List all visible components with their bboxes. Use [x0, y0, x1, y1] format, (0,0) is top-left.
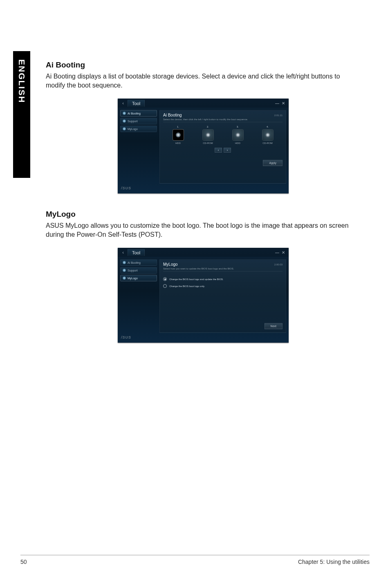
- mylogo-icon: [123, 276, 126, 280]
- aibooting-screenshot: ‹ Tool — ✕ Ai Booting Support MyLogo: [118, 99, 289, 193]
- apply-button[interactable]: Apply: [263, 160, 282, 166]
- next-button[interactable]: Next: [264, 323, 282, 329]
- close-button[interactable]: ✕: [280, 101, 286, 105]
- cdrom-icon: [202, 129, 214, 141]
- radio-label: Change the BIOS boot logo only.: [169, 285, 205, 287]
- panel-title: MyLogo: [163, 262, 178, 267]
- panel-version: 2.00.03: [274, 263, 282, 266]
- move-left-button[interactable]: ‹: [215, 148, 222, 153]
- hdd-icon: [232, 129, 244, 141]
- device-number: 2.: [207, 126, 209, 128]
- sidebar-item-label: Support: [128, 120, 138, 123]
- page-content: Ai Booting Ai Booting displays a list of…: [46, 61, 361, 359]
- titlebar: ‹ Tool — ✕: [118, 248, 289, 257]
- chevron-left-icon: ‹: [122, 250, 124, 255]
- sidebar-item-aibooting[interactable]: Ai Booting: [120, 110, 157, 117]
- mylogo-screenshot: ‹ Tool — ✕ Ai Booting Support MyLogo: [118, 248, 289, 343]
- mylogo-panel: MyLogo 2.00.03 Select how you want to up…: [159, 259, 286, 333]
- language-side-tab: ENGLISH: [13, 51, 30, 178]
- radio-option-update-bios[interactable]: Change the BIOS boot logo and update the…: [163, 277, 282, 281]
- hdd-icon: [173, 129, 184, 141]
- boot-icon: [123, 112, 126, 115]
- support-icon: [123, 119, 126, 123]
- page-footer: 50 Chapter 5: Using the utilities: [20, 555, 370, 565]
- brand-logo: /SUS: [118, 185, 289, 190]
- minimize-button[interactable]: —: [274, 101, 280, 105]
- sidebar-item-mylogo[interactable]: MyLogo: [120, 126, 157, 132]
- tool-tab[interactable]: Tool: [128, 249, 145, 256]
- radio-icon: [163, 277, 167, 281]
- device-label: CD-ROM: [203, 142, 213, 144]
- mylogo-icon: [123, 127, 126, 130]
- mylogo-description: ASUS MyLogo allows you to customize the …: [46, 221, 361, 239]
- device-row: 1. HDD 2. CD-ROM 3. HDD: [163, 126, 282, 144]
- back-button[interactable]: ‹: [120, 249, 126, 255]
- sidebar: Ai Booting Support MyLogo: [120, 110, 157, 184]
- sidebar-item-mylogo[interactable]: MyLogo: [120, 275, 157, 281]
- boot-device-1[interactable]: 1. HDD: [168, 126, 189, 144]
- device-number: 4.: [267, 126, 269, 128]
- support-icon: [123, 269, 126, 272]
- radio-group: Change the BIOS boot logo and update the…: [163, 277, 282, 288]
- device-label: HDD: [175, 142, 181, 144]
- page-number: 50: [20, 559, 27, 565]
- tool-tab[interactable]: Tool: [128, 100, 145, 107]
- boot-device-4[interactable]: 4. CD-ROM: [257, 126, 278, 144]
- aibooting-panel: Ai Booting 2.01.11 Select the device, th…: [159, 110, 286, 184]
- boot-device-3[interactable]: 3. HDD: [227, 126, 249, 144]
- sidebar-item-label: Ai Booting: [128, 261, 141, 264]
- language-label: ENGLISH: [17, 59, 27, 103]
- chapter-label: Chapter 5: Using the utilities: [298, 559, 370, 565]
- sidebar-item-label: Ai Booting: [128, 112, 141, 115]
- device-number: 3.: [237, 126, 239, 128]
- panel-subtitle: Select the device, then click the left /…: [163, 118, 282, 122]
- device-number: 1.: [177, 126, 179, 128]
- aibooting-description: Ai Booting displays a list of bootable s…: [46, 72, 361, 90]
- chevron-left-icon: ‹: [122, 101, 124, 105]
- sidebar-item-label: MyLogo: [128, 128, 138, 130]
- titlebar: ‹ Tool — ✕: [118, 99, 289, 108]
- panel-version: 2.01.11: [274, 114, 282, 117]
- radio-option-logo-only[interactable]: Change the BIOS boot logo only.: [163, 284, 282, 288]
- device-label: CD-ROM: [262, 142, 273, 144]
- aibooting-heading: Ai Booting: [46, 61, 361, 70]
- cdrom-icon: [262, 129, 273, 141]
- radio-label: Change the BIOS boot logo and update the…: [169, 278, 224, 281]
- mylogo-heading: MyLogo: [46, 210, 361, 219]
- close-button[interactable]: ✕: [280, 250, 286, 255]
- panel-subtitle: Select how you want to update the BIOS b…: [163, 267, 282, 272]
- sidebar-item-aibooting[interactable]: Ai Booting: [120, 259, 157, 266]
- minimize-button[interactable]: —: [274, 250, 280, 255]
- panel-title: Ai Booting: [163, 113, 182, 117]
- brand-logo: /SUS: [118, 334, 289, 339]
- sidebar-item-label: Support: [128, 269, 138, 272]
- sidebar-item-label: MyLogo: [128, 277, 138, 280]
- boot-device-2[interactable]: 2. CD-ROM: [197, 126, 219, 144]
- device-label: HDD: [235, 142, 240, 144]
- radio-icon: [163, 284, 167, 288]
- back-button[interactable]: ‹: [120, 100, 126, 106]
- sidebar-item-support[interactable]: Support: [120, 118, 157, 124]
- boot-icon: [123, 261, 126, 264]
- move-right-button[interactable]: ›: [224, 148, 231, 153]
- sidebar-item-support[interactable]: Support: [120, 267, 157, 274]
- sidebar: Ai Booting Support MyLogo: [120, 259, 157, 333]
